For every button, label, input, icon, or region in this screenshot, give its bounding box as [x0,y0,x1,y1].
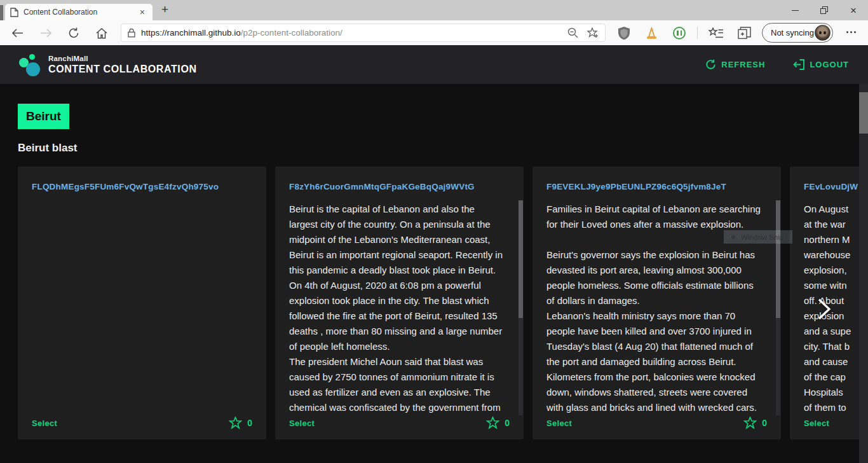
add-favorite-icon[interactable] [587,27,599,38]
tab-title: Content Collaboration [24,8,137,17]
page-scrollbar-thumb[interactable] [859,92,868,134]
restore-button[interactable] [810,0,839,20]
content-body[interactable]: On August at the war northern M warehous… [804,202,868,415]
lock-icon [128,28,135,38]
star-icon [229,417,242,429]
url-path: /p2p-content-collaboration/ [241,28,342,38]
extension-pause-icon[interactable] [673,27,686,39]
browser-toolbar: https://ranchimall.github.io/p2p-content… [0,20,868,45]
profile-button[interactable]: Not syncing [762,23,833,43]
star-count: 0 [505,418,510,428]
card-scrollbar-thumb[interactable] [776,200,780,318]
close-window-icon: × [850,5,857,16]
page-icon [10,8,18,17]
extension-ublock-icon[interactable] [616,25,632,41]
content-id[interactable]: F9EVEKLJ9ye9PbEUNLPZ96c6Q5jfvm8JeT [546,182,767,191]
select-button[interactable]: Select [32,418,57,428]
tab-close-icon[interactable]: × [137,7,147,17]
content-id[interactable]: FLQDhMEgsF5FUm6FvQwTgsE4fzvQh975vo [32,182,252,191]
page-scrollbar[interactable] [859,84,868,463]
content-card: FLQDhMEgsF5FUm6FvQwTgsE4fzvQh975vo Selec… [18,167,266,439]
page-content: RanchiMall CONTENT COLLABORATION REFRESH… [0,45,868,463]
star-count: 0 [247,418,252,428]
home-button[interactable] [93,25,110,41]
select-button[interactable]: Select [289,418,315,428]
new-tab-button[interactable]: + [161,3,168,17]
restore-icon [820,6,828,14]
minimize-button[interactable] [780,0,810,20]
brand-name: RanchiMall [48,55,197,62]
extension-orange-icon[interactable] [644,25,659,41]
app-header: RanchiMall CONTENT COLLABORATION REFRESH… [0,45,868,84]
window-edge [0,5,3,20]
star-icon [743,417,757,429]
star-rating[interactable]: 0 [229,417,252,429]
logout-button[interactable]: LOGOUT [793,59,849,70]
content-id[interactable]: FEvLovuDjW [804,182,868,191]
zoom-out-icon[interactable] [567,27,578,38]
star-rating[interactable]: 0 [486,417,510,429]
profile-label: Not syncing [771,28,814,38]
url-text: https://ranchimall.github.io/p2p-content… [141,28,559,38]
content-body [32,202,248,415]
select-button[interactable]: Select [804,418,829,428]
minimize-icon [792,10,799,11]
star-count: 0 [762,418,767,428]
forward-button[interactable] [37,25,54,41]
card-scrollbar-thumb[interactable] [519,200,523,318]
browser-tab[interactable]: Content Collaboration × [5,4,153,20]
star-icon [486,417,499,429]
star-rating[interactable]: 0 [743,417,767,429]
browser-titlebar: Content Collaboration × + × [0,0,868,20]
topic-subtitle: Beirut blast [18,142,78,155]
carousel-next-icon[interactable] [817,298,831,320]
topic-chip: Beirut [18,104,69,129]
refresh-label: REFRESH [721,60,765,69]
browser-menu-button[interactable] [846,31,856,33]
ranchimall-logo-icon [19,53,42,76]
page-title: CONTENT COLLABORATION [48,64,197,75]
refresh-icon [705,59,716,70]
back-button[interactable] [9,25,25,41]
close-window-button[interactable]: × [839,0,868,20]
content-card: F8zYh6rCuorGmnMtqGFpaKGeBqQaj9WVtG Beiru… [275,167,524,439]
window-snip-tooltip: Window Snip [724,230,792,244]
content-card: F9EVEKLJ9ye9PbEUNLPZ96c6Q5jfvm8JeT Famil… [532,167,781,439]
card-footer: Select 0 [546,414,767,432]
snip-label: Window Snip [741,233,783,241]
select-button[interactable]: Select [546,418,572,428]
header-actions: REFRESH LOGOUT [705,45,849,84]
toolbar-separator [697,27,698,39]
collections-icon[interactable] [736,25,752,41]
card-footer: Select 0 [289,414,510,432]
profile-avatar [815,25,831,41]
card-footer: Select 0 [804,414,868,432]
url-host: https://ranchimall.github.io [141,28,241,38]
logout-icon [793,59,804,70]
content-body[interactable]: Beirut is the capital of Lebanon and als… [289,202,505,415]
card-list: FLQDhMEgsF5FUm6FvQwTgsE4fzvQh975vo Selec… [18,167,868,439]
address-bar[interactable]: https://ranchimall.github.io/p2p-content… [121,24,606,42]
logout-label: LOGOUT [810,60,849,69]
favorites-bar-icon[interactable] [709,25,724,41]
card-footer: Select 0 [32,414,252,432]
window-controls: × [780,0,868,20]
content-id[interactable]: F8zYh6rCuorGmnMtqGFpaKGeBqQaj9WVtG [289,182,510,191]
snip-dot-icon [731,235,735,239]
brand-block: RanchiMall CONTENT COLLABORATION [48,55,197,75]
refresh-button[interactable]: REFRESH [705,59,765,70]
card-scrollbar[interactable] [519,200,523,415]
refresh-page-button[interactable] [65,25,82,41]
